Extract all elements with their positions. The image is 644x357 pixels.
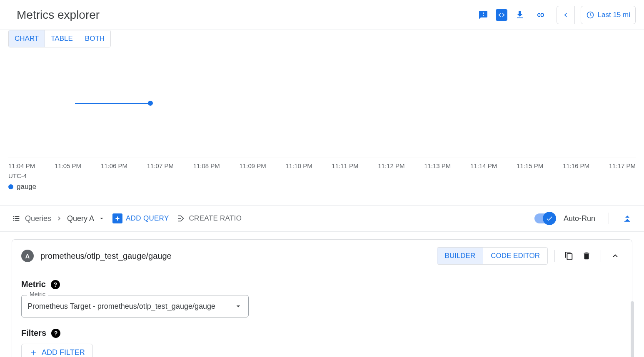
- copy-icon: [564, 251, 574, 260]
- tab-chart[interactable]: CHART: [9, 30, 45, 47]
- breadcrumb[interactable]: Queries Query A: [12, 214, 105, 223]
- filters-section-label: Filters ?: [21, 328, 623, 338]
- feedback-icon[interactable]: [475, 7, 492, 23]
- toggle-knob: [543, 212, 556, 225]
- query-title: prometheus/otlp_test_gauge/gauge: [40, 251, 172, 261]
- chart: 6 5 4 11:04 PM11:05 PM11:06 PM11:07 PM11…: [8, 50, 636, 158]
- header-actions: Last 15 mi: [475, 6, 636, 24]
- plus-icon: [29, 349, 37, 357]
- create-ratio-label: CREATE RATIO: [189, 214, 242, 223]
- create-ratio-button[interactable]: CREATE RATIO: [177, 214, 242, 223]
- merge-icon: [177, 214, 186, 223]
- x-tick: 11:10 PM: [285, 162, 312, 169]
- x-tick: 11:13 PM: [424, 162, 451, 169]
- collapse-all-button[interactable]: [622, 213, 632, 223]
- legend-swatch: [8, 184, 13, 189]
- time-range-button[interactable]: Last 15 mi: [581, 6, 636, 24]
- x-tick: 11:17 PM: [609, 162, 636, 169]
- help-icon[interactable]: ?: [51, 329, 60, 338]
- legend: gauge: [8, 183, 644, 191]
- x-tick: 11:06 PM: [101, 162, 127, 169]
- x-tick: 11:04 PM: [8, 162, 35, 169]
- clock-icon: [586, 11, 594, 19]
- metric-label: Metric: [21, 280, 46, 289]
- query-badge: A: [21, 250, 34, 262]
- tab-both[interactable]: BOTH: [79, 30, 110, 47]
- toolbar-left: Queries Query A + ADD QUERY CREATE RATIO: [12, 213, 242, 223]
- panel-header-left: A prometheus/otlp_test_gauge/gauge: [21, 250, 172, 262]
- tab-table[interactable]: TABLE: [45, 30, 79, 47]
- delete-button[interactable]: [579, 248, 594, 263]
- add-query-label: ADD QUERY: [126, 214, 169, 223]
- filters-label: Filters: [21, 328, 46, 338]
- chevron-right-icon: [55, 215, 63, 222]
- editor-mode-segment: BUILDER CODE EDITOR: [437, 247, 548, 265]
- x-tick: 11:07 PM: [147, 162, 174, 169]
- panel-body: Metric ? Metric Prometheus Target - prom…: [12, 272, 632, 357]
- metric-field-wrap: Metric Prometheus Target - prometheus/ot…: [21, 295, 249, 317]
- scrollbar[interactable]: [631, 301, 634, 357]
- svg-rect-1: [624, 221, 630, 222]
- mode-builder[interactable]: BUILDER: [437, 248, 484, 264]
- x-tick: 11:08 PM: [193, 162, 220, 169]
- metric-section-label: Metric ?: [21, 280, 623, 289]
- help-icon[interactable]: ?: [51, 280, 60, 289]
- x-axis: 11:04 PM11:05 PM11:06 PM11:07 PM11:08 PM…: [8, 162, 636, 169]
- prev-time-button[interactable]: [557, 6, 575, 24]
- collapse-icon: [622, 213, 632, 223]
- view-mode-segment: CHART TABLE BOTH: [8, 30, 111, 47]
- x-tick: 11:14 PM: [470, 162, 497, 169]
- queries-toolbar: Queries Query A + ADD QUERY CREATE RATIO…: [0, 205, 644, 232]
- duplicate-button[interactable]: [562, 248, 577, 263]
- chevron-up-icon: [611, 251, 620, 260]
- mode-code-editor[interactable]: CODE EDITOR: [483, 248, 547, 264]
- auto-run-toggle[interactable]: [534, 213, 554, 223]
- metric-value: Prometheus Target - prometheus/otlp_test…: [27, 302, 215, 311]
- view-tabs-row: CHART TABLE BOTH: [0, 30, 644, 50]
- toolbar-right: Auto-Run: [534, 213, 632, 224]
- x-tick: 11:09 PM: [240, 162, 266, 169]
- x-tick: 11:15 PM: [517, 162, 543, 169]
- metric-field-floating-label: Metric: [27, 291, 48, 298]
- add-filter-button[interactable]: ADD FILTER: [21, 344, 93, 357]
- series-line: [75, 103, 150, 104]
- check-icon: [546, 215, 553, 222]
- breadcrumb-root: Queries: [25, 214, 51, 223]
- trash-icon: [582, 251, 591, 260]
- caret-down-icon: [234, 302, 242, 310]
- plus-icon: +: [112, 213, 122, 223]
- x-tick: 11:05 PM: [55, 162, 81, 169]
- series-point: [148, 101, 153, 106]
- divider: [601, 250, 601, 262]
- auto-run-label: Auto-Run: [564, 214, 595, 223]
- divider: [554, 250, 555, 262]
- code-icon[interactable]: [496, 9, 507, 21]
- link-icon[interactable]: [532, 7, 549, 23]
- x-tick: 11:16 PM: [563, 162, 589, 169]
- caret-down-icon: [98, 215, 105, 222]
- legend-label: gauge: [17, 183, 36, 191]
- header: Metrics explorer Last 15 mi: [0, 0, 644, 30]
- time-range-label: Last 15 mi: [598, 11, 630, 19]
- x-tick: 11:11 PM: [332, 162, 358, 169]
- page-title: Metrics explorer: [17, 8, 100, 22]
- download-icon[interactable]: [512, 7, 528, 23]
- divider: [609, 213, 609, 224]
- timezone-label: UTC-4: [8, 172, 644, 179]
- add-filter-label: ADD FILTER: [42, 348, 85, 357]
- x-tick: 11:12 PM: [378, 162, 404, 169]
- query-panel: A prometheus/otlp_test_gauge/gauge BUILD…: [12, 239, 632, 357]
- collapse-panel-button[interactable]: [608, 248, 623, 263]
- panel-header-right: BUILDER CODE EDITOR: [437, 247, 623, 265]
- list-icon: [12, 214, 21, 223]
- breadcrumb-current: Query A: [67, 214, 94, 223]
- metric-select[interactable]: Prometheus Target - prometheus/otlp_test…: [21, 295, 249, 317]
- add-query-button[interactable]: + ADD QUERY: [112, 213, 169, 223]
- panel-header: A prometheus/otlp_test_gauge/gauge BUILD…: [12, 240, 632, 272]
